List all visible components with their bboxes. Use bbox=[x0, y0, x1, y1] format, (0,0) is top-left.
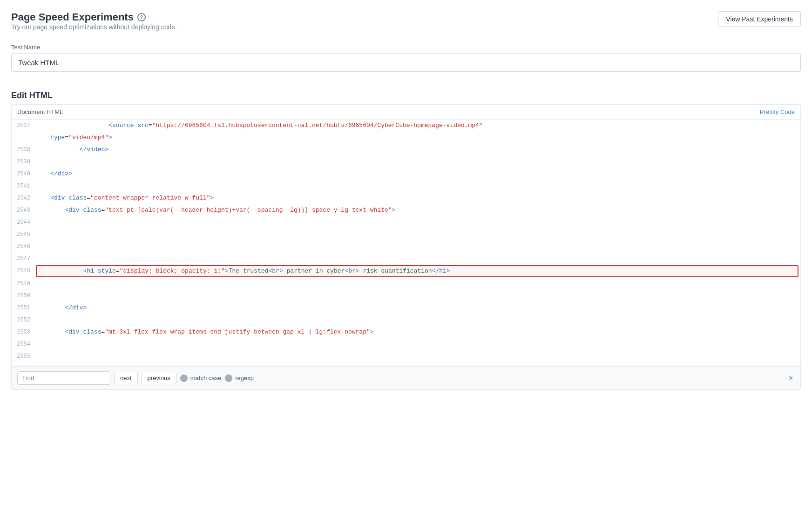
next-button[interactable]: next bbox=[114, 372, 138, 384]
line-content bbox=[36, 314, 800, 316]
line-number: 2556 bbox=[12, 362, 36, 366]
table-row: 2540 </div> bbox=[12, 168, 800, 180]
table-row: 2551 </div> bbox=[12, 302, 800, 314]
line-content: </div> bbox=[36, 302, 800, 314]
code-token: = bbox=[116, 268, 120, 274]
code-editor-header: Document HTML Prettify Code bbox=[12, 105, 800, 120]
line-number: 2543 bbox=[12, 204, 36, 216]
code-token: <h1 bbox=[83, 268, 94, 274]
document-html-label: Document HTML bbox=[17, 108, 63, 115]
line-number: 2555 bbox=[12, 350, 36, 362]
table-row: 2549 bbox=[12, 278, 800, 290]
previous-button[interactable]: previous bbox=[142, 372, 176, 384]
code-token: risk quantification bbox=[359, 268, 432, 274]
table-row: 2542 <div class="content-wrapper relativ… bbox=[12, 192, 800, 204]
code-token: > bbox=[108, 134, 112, 141]
table-row: 2554 bbox=[12, 338, 800, 350]
match-case-toggle[interactable] bbox=[180, 375, 188, 382]
title-section: Page Speed Experiments ? Try out page sp… bbox=[11, 11, 177, 40]
code-token: class bbox=[83, 207, 101, 214]
table-row: 2556 bbox=[12, 362, 800, 366]
code-token bbox=[36, 122, 108, 129]
line-content bbox=[36, 180, 800, 182]
table-row: 2548 <h1 style="display: block; opacity:… bbox=[12, 265, 800, 278]
page-subtitle: Try out page speed optimizations without… bbox=[11, 23, 177, 31]
line-number: 2554 bbox=[12, 338, 36, 350]
code-token: "video/mp4" bbox=[68, 134, 108, 141]
page-container: Page Speed Experiments ? Try out page sp… bbox=[0, 0, 812, 515]
table-row: 2552 bbox=[12, 314, 800, 326]
code-token bbox=[40, 268, 83, 274]
code-token: "content-wrapper relative w-full" bbox=[90, 194, 210, 201]
code-token: = bbox=[149, 122, 152, 129]
line-number: 2542 bbox=[12, 192, 36, 204]
divider bbox=[11, 83, 801, 83]
help-icon[interactable]: ? bbox=[137, 13, 146, 21]
code-token: class bbox=[83, 328, 101, 335]
line-number: 2548 bbox=[12, 265, 36, 277]
line-content bbox=[36, 290, 800, 292]
table-row: 2553 <div class="mt-3xl flex flex-wrap i… bbox=[12, 326, 800, 338]
code-area[interactable]: 2537 <source src="https://6965604.fs1.hu… bbox=[12, 120, 800, 366]
line-content: </div> bbox=[36, 168, 800, 180]
code-token: </div> bbox=[65, 304, 87, 311]
line-number: 2544 bbox=[12, 216, 36, 228]
regexp-toggle[interactable] bbox=[225, 375, 232, 382]
table-row: 2544 bbox=[12, 216, 800, 228]
code-token: <br> bbox=[345, 268, 359, 274]
page-title-row: Page Speed Experiments ? bbox=[11, 11, 177, 23]
line-number: 2540 bbox=[12, 168, 36, 180]
table-row: 2538 </video> bbox=[12, 144, 800, 156]
code-token: <source bbox=[108, 122, 134, 129]
test-name-label: Test Name bbox=[11, 44, 801, 51]
find-bar: next previous match case regexp × bbox=[12, 366, 800, 389]
code-token: </div> bbox=[50, 170, 72, 177]
test-name-section: Test Name bbox=[11, 44, 801, 72]
table-row: 2550 bbox=[12, 290, 800, 302]
table-row: type="video/mp4"> bbox=[12, 132, 800, 144]
edit-html-section: Edit HTML Document HTML Prettify Code 25… bbox=[11, 91, 801, 390]
code-token bbox=[36, 146, 80, 153]
code-token: "display: block; opacity: 1;" bbox=[120, 268, 225, 274]
line-content bbox=[36, 338, 800, 340]
table-row: 2546 bbox=[12, 241, 800, 253]
code-token bbox=[36, 328, 65, 335]
code-token: src bbox=[137, 122, 148, 129]
line-number: 2550 bbox=[12, 290, 36, 302]
code-token: > bbox=[392, 207, 396, 214]
prettify-code-button[interactable]: Prettify Code bbox=[760, 108, 795, 115]
line-content bbox=[36, 362, 800, 364]
line-number: 2546 bbox=[12, 241, 36, 253]
regexp-label: regexp bbox=[235, 375, 254, 381]
code-token: </h1> bbox=[432, 268, 450, 274]
table-row: 2555 bbox=[12, 350, 800, 362]
code-token: "https://6965604.fs1.hubspotusercontent-… bbox=[152, 122, 483, 129]
line-content: <div class="text pt-[calc(var(--header-h… bbox=[36, 204, 800, 216]
code-token: "text pt-[calc(var(--header-height)+var(… bbox=[105, 207, 392, 214]
code-token: type bbox=[50, 134, 65, 141]
line-content: <source src="https://6965604.fs1.hubspot… bbox=[36, 120, 800, 132]
code-token: </video> bbox=[80, 146, 108, 153]
table-row: 2539 bbox=[12, 156, 800, 168]
line-number: 2541 bbox=[12, 180, 36, 192]
close-find-button[interactable]: × bbox=[787, 374, 795, 382]
code-token: > bbox=[225, 268, 229, 274]
code-token: <div bbox=[65, 328, 79, 335]
line-number: 2552 bbox=[12, 314, 36, 326]
test-name-input[interactable] bbox=[11, 54, 801, 72]
line-number: 2549 bbox=[12, 278, 36, 290]
table-row: 2545 bbox=[12, 228, 800, 241]
code-token: > bbox=[210, 194, 214, 201]
line-number: 2539 bbox=[12, 156, 36, 168]
line-content bbox=[36, 241, 800, 242]
line-number bbox=[12, 132, 36, 134]
line-number: 2538 bbox=[12, 144, 36, 156]
line-content: <h1 style="display: block; opacity: 1;">… bbox=[36, 265, 798, 277]
code-token bbox=[94, 268, 98, 274]
line-number: 2553 bbox=[12, 326, 36, 338]
line-number: 2537 bbox=[12, 120, 36, 132]
view-past-experiments-button[interactable]: View Past Experiments bbox=[718, 11, 801, 27]
code-token bbox=[36, 170, 50, 177]
code-token bbox=[36, 304, 65, 311]
find-input[interactable] bbox=[17, 371, 110, 385]
